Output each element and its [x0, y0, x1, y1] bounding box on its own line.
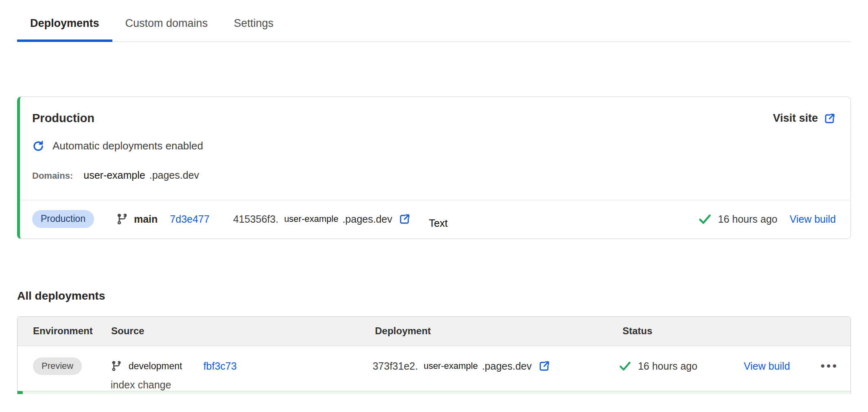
commit-message: index change	[111, 379, 373, 391]
column-header-environment: Environment	[18, 325, 111, 337]
domains-label: Domains:	[32, 171, 73, 181]
success-check-icon	[618, 360, 631, 372]
deployment-time: 16 hours ago	[718, 213, 778, 225]
deployment-url-domain: user-example	[284, 214, 338, 224]
branch-name: development	[129, 361, 182, 372]
branch-name: main	[134, 213, 158, 225]
success-check-icon	[698, 213, 712, 225]
view-build-link[interactable]: View build	[744, 360, 790, 372]
column-header-source: Source	[111, 325, 375, 337]
external-link-icon	[824, 112, 836, 125]
refresh-icon	[32, 140, 44, 152]
deployments-table: Environment Source Deployment Status Pre…	[17, 316, 851, 394]
commit-link[interactable]: 7d3e477	[170, 213, 209, 225]
deployment-url-suffix: .pages.dev	[342, 213, 392, 225]
deployment-url-prefix: 415356f3.	[233, 213, 278, 225]
row-menu-button[interactable]: •••	[820, 359, 838, 373]
git-branch-icon	[111, 360, 122, 372]
domain-name: user-example	[83, 169, 145, 181]
tab-deployments[interactable]: Deployments	[17, 9, 112, 42]
tab-settings[interactable]: Settings	[221, 9, 287, 42]
all-deployments-title: All deployments	[17, 289, 851, 302]
visit-site-link[interactable]: Visit site	[773, 112, 836, 125]
deployment-url-suffix: .pages.dev	[482, 360, 532, 372]
production-deployment-row: Production main 7d3e477 415356f3. user-e…	[20, 200, 850, 239]
text-annotation: Text	[429, 217, 447, 229]
deployment-url-prefix: 373f31e2.	[373, 360, 418, 372]
environment-badge: Production	[32, 210, 94, 228]
deployment-time: 16 hours ago	[638, 360, 697, 372]
production-card: Production Visit site Automatic deployme…	[17, 96, 851, 239]
environment-badge: Preview	[33, 357, 82, 375]
tab-custom-domains[interactable]: Custom domains	[112, 9, 221, 42]
commit-link[interactable]: fbf3c73	[203, 360, 237, 372]
deployment-external-link-icon[interactable]	[538, 360, 550, 372]
column-header-status: Status	[623, 325, 749, 337]
tab-bar: Deployments Custom domains Settings	[17, 0, 851, 42]
table-header-row: Environment Source Deployment Status	[18, 317, 850, 346]
deployment-url-domain: user-example	[423, 361, 478, 371]
deployment-external-link-icon[interactable]	[399, 213, 411, 225]
table-row: Preview development fbf3c73 index change…	[18, 346, 850, 391]
visit-site-label: Visit site	[773, 112, 818, 125]
next-row-partial	[18, 391, 850, 394]
view-build-link[interactable]: View build	[789, 213, 836, 225]
git-branch-icon	[116, 213, 128, 225]
domain-suffix: .pages.dev	[149, 169, 199, 181]
production-card-title: Production	[32, 112, 94, 125]
auto-deployments-text: Automatic deployments enabled	[53, 140, 203, 152]
column-header-deployment: Deployment	[375, 325, 623, 337]
